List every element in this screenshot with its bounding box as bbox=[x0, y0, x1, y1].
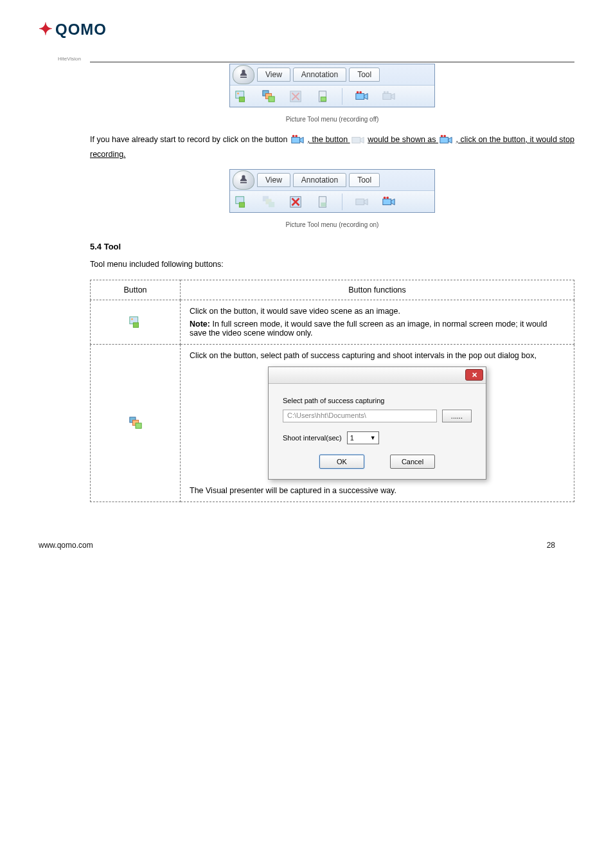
capture-image-icon[interactable] bbox=[234, 89, 249, 104]
svg-point-36 bbox=[131, 318, 133, 320]
dialog-interval-label: Shoot interval(sec) bbox=[283, 434, 342, 442]
svg-point-21 bbox=[443, 135, 446, 138]
tab-view[interactable]: View bbox=[257, 68, 290, 82]
record-stop-icon[interactable] bbox=[381, 194, 396, 210]
record-start-icon[interactable] bbox=[354, 89, 369, 104]
row1-note-label: Note: bbox=[190, 320, 210, 329]
svg-point-16 bbox=[292, 135, 295, 138]
ok-button[interactable]: OK bbox=[319, 455, 364, 469]
paragraph-1: If you have already start to record by c… bbox=[90, 132, 574, 161]
dialog-path-label: Select path of success capturing bbox=[283, 397, 472, 404]
separator bbox=[342, 88, 342, 105]
row2-pre: Click on the button, select path of succ… bbox=[190, 351, 565, 360]
toolbar-screenshot-off: View Annotation Tool bbox=[229, 64, 435, 107]
successive-capture-icon bbox=[128, 415, 143, 431]
separator bbox=[342, 194, 342, 210]
stop-capture-icon[interactable] bbox=[288, 89, 303, 104]
section-heading: 5.4 Tool bbox=[90, 242, 574, 251]
svg-point-17 bbox=[295, 135, 298, 138]
logo: ✦ QOMO HiteVision bbox=[39, 19, 574, 62]
table-header-button: Button bbox=[91, 280, 181, 300]
svg-rect-23 bbox=[239, 203, 244, 207]
record-stop-dim-inline-icon bbox=[350, 132, 366, 148]
interval-select[interactable]: 1 ▼ bbox=[347, 431, 379, 444]
svg-point-11 bbox=[359, 91, 362, 93]
svg-rect-15 bbox=[292, 137, 300, 143]
svg-point-20 bbox=[441, 135, 443, 138]
interval-value: 1 bbox=[350, 434, 354, 442]
record-stop-active-inline-icon bbox=[438, 132, 454, 148]
tab-view[interactable]: View bbox=[257, 173, 290, 187]
svg-rect-1 bbox=[239, 96, 244, 101]
table-header-functions: Button functions bbox=[181, 280, 574, 300]
capture-image-icon bbox=[128, 314, 143, 330]
svg-rect-8 bbox=[321, 96, 326, 100]
toolbar-screenshot-on: View Annotation Tool bbox=[229, 169, 435, 213]
footer-url: www.qomo.com bbox=[39, 541, 93, 550]
divider bbox=[90, 62, 574, 62]
successive-capture-icon[interactable] bbox=[261, 89, 276, 104]
svg-rect-30 bbox=[356, 199, 364, 204]
svg-rect-39 bbox=[136, 423, 141, 428]
svg-rect-5 bbox=[269, 96, 274, 102]
successive-capture-icon[interactable] bbox=[261, 194, 276, 210]
logo-text: QOMO bbox=[55, 21, 107, 39]
presenter-icon bbox=[233, 65, 254, 84]
tab-annotation[interactable]: Annotation bbox=[293, 68, 346, 82]
tool-intro: Tool menu included following buttons: bbox=[90, 258, 574, 271]
row1-desc: Click on the button, it would save video… bbox=[190, 307, 565, 316]
presenter-icon bbox=[233, 170, 254, 190]
svg-point-10 bbox=[357, 91, 359, 93]
cancel-button[interactable]: Cancel bbox=[390, 455, 435, 469]
svg-rect-12 bbox=[383, 93, 391, 99]
table-row: Click on the button, it would save video… bbox=[91, 300, 574, 344]
table-row: Click on the button, select path of succ… bbox=[91, 344, 574, 502]
tab-tool[interactable]: Tool bbox=[349, 173, 380, 187]
page-number: 28 bbox=[547, 541, 555, 550]
record-start-icon[interactable] bbox=[354, 194, 369, 210]
svg-rect-9 bbox=[356, 93, 364, 99]
svg-point-32 bbox=[384, 197, 386, 199]
tab-tool[interactable]: Tool bbox=[349, 68, 380, 82]
path-input[interactable]: C:\Users\hht\Documents\ bbox=[283, 410, 437, 422]
record-stop-icon[interactable] bbox=[381, 89, 396, 104]
capture-dialog: ✕ Select path of success capturing C:\Us… bbox=[268, 366, 486, 480]
record-start-inline-icon bbox=[290, 132, 305, 148]
close-icon[interactable]: ✕ bbox=[465, 369, 483, 381]
svg-point-2 bbox=[237, 93, 239, 95]
logo-swoosh-icon: ✦ bbox=[39, 19, 53, 39]
logo-subtext: HiteVision bbox=[58, 56, 574, 62]
svg-rect-26 bbox=[269, 202, 274, 207]
svg-rect-35 bbox=[133, 322, 138, 327]
svg-point-14 bbox=[386, 91, 389, 93]
para1-after-icon: , the button bbox=[308, 135, 350, 144]
svg-point-33 bbox=[386, 197, 389, 199]
para1-prefix: If you have already start to record by c… bbox=[90, 135, 290, 144]
row2-post: The Visual presenter will be captured in… bbox=[190, 486, 565, 495]
capture-image-icon[interactable] bbox=[234, 194, 249, 210]
caption-off: Picture Tool menu (recording off) bbox=[90, 114, 574, 125]
svg-rect-31 bbox=[383, 199, 391, 204]
chevron-down-icon: ▼ bbox=[370, 435, 376, 441]
svg-rect-19 bbox=[440, 137, 449, 143]
svg-rect-18 bbox=[351, 137, 360, 143]
tab-annotation[interactable]: Annotation bbox=[293, 173, 346, 187]
row1-note: In full screen mode, it would save the f… bbox=[190, 320, 547, 338]
dialog-titlebar: ✕ bbox=[269, 367, 486, 384]
svg-point-13 bbox=[384, 91, 386, 93]
buttons-table: Button Button functions Click on the but… bbox=[90, 280, 574, 502]
para1-mid: would be shown as bbox=[368, 135, 438, 144]
stop-capture-icon[interactable] bbox=[288, 194, 303, 210]
caption-on: Picture Tool menu (recording on) bbox=[90, 219, 574, 230]
svg-rect-29 bbox=[321, 203, 326, 206]
document-icon[interactable] bbox=[315, 89, 330, 104]
browse-button[interactable]: ...... bbox=[442, 410, 472, 422]
document-icon[interactable] bbox=[315, 194, 330, 210]
